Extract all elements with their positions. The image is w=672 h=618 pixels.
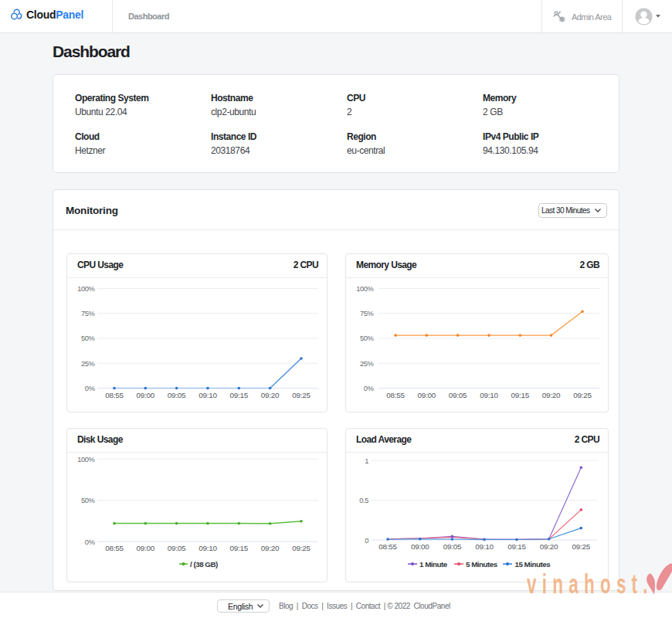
svg-text:1 Minute: 1 Minute: [419, 560, 448, 569]
svg-text:25%: 25%: [81, 360, 95, 368]
svg-text:15 Minutes: 15 Minutes: [515, 560, 552, 569]
svg-text:09:25: 09:25: [292, 391, 311, 399]
svg-text:09:00: 09:00: [411, 542, 429, 551]
svg-text:09:10: 09:10: [199, 391, 217, 399]
svg-text:09:20: 09:20: [261, 544, 280, 552]
svg-text:09:25: 09:25: [572, 542, 591, 551]
svg-text:25%: 25%: [360, 360, 374, 368]
svg-text:08:55: 08:55: [105, 391, 124, 399]
svg-text:08:55: 08:55: [386, 391, 405, 399]
svg-text:09:00: 09:00: [137, 391, 155, 399]
svg-text:09:00: 09:00: [137, 544, 155, 552]
svg-text:0: 0: [365, 537, 368, 545]
svg-text:50%: 50%: [360, 334, 374, 342]
svg-text:/ (38 GB): / (38 GB): [190, 560, 218, 569]
svg-text:0%: 0%: [364, 385, 374, 392]
svg-text:09:00: 09:00: [418, 391, 436, 399]
svg-text:75%: 75%: [81, 310, 95, 317]
svg-text:09:20: 09:20: [261, 391, 280, 399]
svg-text:09:05: 09:05: [168, 544, 186, 552]
svg-text:09:05: 09:05: [443, 542, 462, 551]
svg-text:08:55: 08:55: [105, 544, 124, 552]
svg-text:09:10: 09:10: [199, 544, 217, 552]
svg-text:0.5: 0.5: [359, 497, 368, 504]
svg-text:09:15: 09:15: [511, 391, 530, 399]
svg-text:09:15: 09:15: [507, 542, 526, 551]
svg-text:09:25: 09:25: [573, 391, 592, 399]
svg-text:09:15: 09:15: [230, 391, 249, 399]
svg-text:1: 1: [365, 457, 368, 465]
svg-text:09:15: 09:15: [230, 544, 249, 552]
svg-text:09:10: 09:10: [480, 391, 498, 399]
svg-text:09:10: 09:10: [475, 542, 494, 551]
svg-text:100%: 100%: [356, 285, 373, 293]
svg-text:50%: 50%: [81, 497, 95, 504]
svg-text:09:05: 09:05: [168, 391, 186, 399]
svg-text:09:20: 09:20: [542, 391, 561, 399]
svg-text:100%: 100%: [77, 456, 94, 464]
svg-text:08:55: 08:55: [378, 542, 397, 551]
svg-text:09:20: 09:20: [540, 542, 558, 551]
svg-text:75%: 75%: [360, 310, 374, 317]
svg-text:0%: 0%: [85, 385, 95, 392]
svg-text:50%: 50%: [81, 334, 95, 342]
svg-text:100%: 100%: [77, 285, 94, 293]
svg-text:09:05: 09:05: [449, 391, 467, 399]
svg-text:5 Minutes: 5 Minutes: [466, 560, 498, 569]
svg-text:0%: 0%: [85, 538, 95, 546]
svg-text:09:25: 09:25: [292, 544, 311, 552]
